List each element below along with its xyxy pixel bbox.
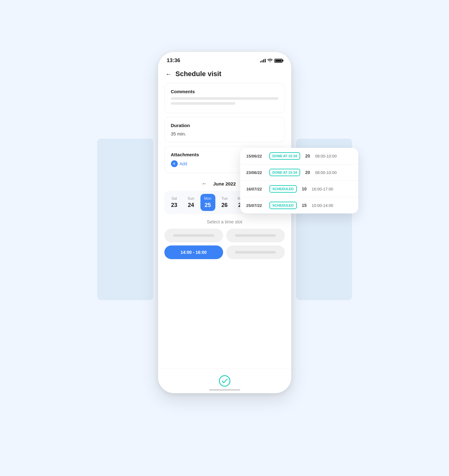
visit-time: 08:00-10:00 — [315, 170, 337, 175]
floating-visits-card: 15/06/22DONE AT 15:342008:00-10:0023/06/… — [240, 148, 358, 213]
visit-score: 10 — [300, 186, 308, 191]
visit-date: 23/06/22 — [246, 170, 266, 175]
phone-header: ← Schedule visit — [158, 67, 291, 83]
day-number: 26 — [221, 202, 227, 208]
visit-score: 15 — [300, 203, 308, 208]
comments-line-1 — [171, 97, 278, 100]
add-icon: + — [171, 160, 178, 167]
prev-month-button[interactable]: ← — [201, 181, 207, 187]
duration-title: Duration — [171, 123, 278, 128]
time-slot-3[interactable] — [226, 245, 285, 259]
time-slot-title: Select a time slot — [164, 219, 285, 224]
status-badge: SCHEDULED — [269, 185, 297, 193]
day-number: 24 — [188, 202, 194, 208]
bg-rect-left — [97, 139, 153, 300]
page-title: Schedule visit — [176, 70, 222, 78]
status-time: 13:36 — [167, 57, 180, 64]
time-slot-label: 14:00 - 16:00 — [181, 250, 207, 255]
battery-icon — [274, 59, 282, 63]
visit-score: 20 — [304, 153, 311, 158]
scene: 13:36 — [116, 52, 333, 424]
visit-date: 16/07/22 — [246, 187, 266, 191]
status-badge: DONE AT 15:34 — [269, 152, 300, 160]
time-slot-section: Select a time slot 14:00 - 16:00 — [158, 219, 291, 259]
signal-icon — [260, 59, 266, 62]
duration-value: 35 min. — [171, 131, 278, 136]
time-slot-placeholder — [235, 234, 276, 237]
time-slot-1[interactable] — [226, 229, 285, 242]
home-indicator — [209, 389, 240, 391]
status-badge: SCHEDULED — [269, 202, 297, 209]
duration-section: Duration 35 min. — [164, 117, 285, 142]
day-item-24[interactable]: Sun24 — [184, 194, 199, 211]
confirm-button[interactable] — [219, 375, 231, 387]
day-item-23[interactable]: Sat23 — [167, 194, 182, 211]
time-slots-grid: 14:00 - 16:00 — [164, 229, 285, 259]
visit-row-1: 23/06/22DONE AT 15:342008:00-10:00 — [240, 164, 358, 181]
visit-date: 15/06/22 — [246, 154, 266, 158]
visit-score: 20 — [304, 170, 311, 175]
visit-time: 08:00-10:00 — [315, 154, 337, 158]
visit-row-2: 16/07/22SCHEDULED1016:00-17:00 — [240, 181, 358, 197]
phone: 13:36 — [158, 52, 291, 393]
day-number: 25 — [204, 202, 211, 208]
time-slot-placeholder — [235, 251, 276, 254]
comments-section: Comments — [164, 83, 285, 113]
add-label: Add — [180, 161, 187, 166]
visit-time: 16:00-17:00 — [312, 187, 333, 191]
status-icons — [260, 58, 282, 63]
day-name: Tue — [221, 196, 227, 201]
back-button[interactable]: ← — [166, 71, 172, 78]
day-name: Sat — [171, 196, 177, 201]
status-badge: DONE AT 15:34 — [269, 169, 300, 176]
comments-title: Comments — [171, 89, 278, 94]
day-name: Mon — [204, 196, 211, 201]
day-item-25[interactable]: Mon25 — [200, 194, 215, 211]
wifi-icon — [268, 58, 273, 63]
day-name: Sun — [188, 196, 194, 201]
visit-row-3: 25/07/22SCHEDULED1510:00-14:00 — [240, 197, 358, 213]
svg-point-0 — [219, 376, 230, 386]
day-item-26[interactable]: Tue26 — [217, 194, 232, 211]
time-slot-0[interactable] — [164, 229, 223, 242]
visit-date: 25/07/22 — [246, 203, 266, 208]
notch — [206, 52, 243, 61]
month-label: June 2022 — [213, 181, 236, 186]
time-slot-2[interactable]: 14:00 - 16:00 — [164, 245, 223, 259]
comments-line-2 — [171, 102, 236, 105]
phone-bottom-bar — [158, 368, 291, 393]
time-slot-placeholder — [173, 234, 214, 237]
visit-row-0: 15/06/22DONE AT 15:342008:00-10:00 — [240, 148, 358, 164]
visit-time: 10:00-14:00 — [312, 203, 333, 208]
day-number: 23 — [171, 202, 177, 208]
